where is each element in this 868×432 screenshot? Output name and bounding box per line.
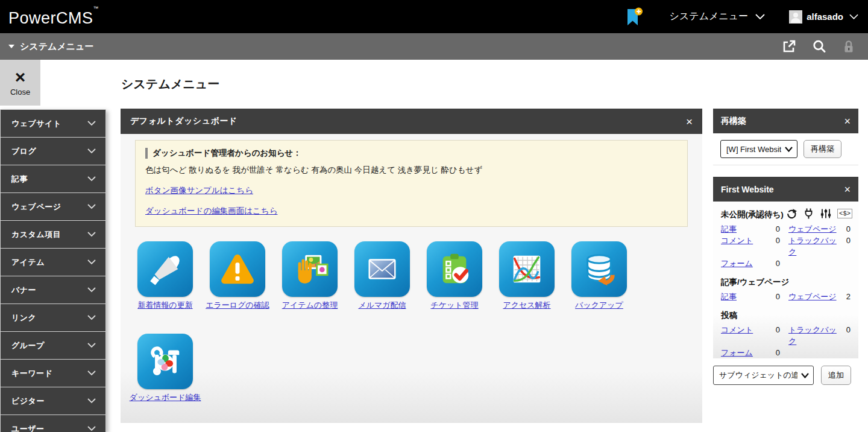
shortcut-tickets: チケット管理: [424, 241, 485, 311]
shortcut-analytics: アクセス解析: [497, 241, 557, 311]
sidebar-item-banner[interactable]: バナー: [1, 276, 105, 303]
sidebar-item-website[interactable]: ウェブサイト: [1, 110, 105, 137]
top-app-bar: PowerCMS™ システムメニュー alfasado: [0, 0, 868, 33]
chevron-down-icon: [87, 315, 96, 320]
rebuild-widget-title: 再構築: [721, 116, 746, 127]
sidebar-item-link[interactable]: リンク: [1, 304, 105, 331]
template-variable-icon[interactable]: <$>: [837, 209, 852, 218]
section-feedback: 投稿 コメント 0 トラックバック 0 フォーム 0: [721, 310, 851, 358]
sliders-icon[interactable]: [820, 208, 832, 220]
sidebar-item-keyword[interactable]: キーワード: [1, 360, 105, 387]
stat-row: コメント 0 トラックバック 0: [721, 235, 851, 258]
shortcut-edit-dashboard: ダッシュボード編集: [135, 334, 195, 403]
add-subwidget-bar: サブウィジェットの追加 追加: [713, 366, 858, 385]
notice-title: ダッシュボード管理者からのお知らせ：: [145, 148, 678, 159]
chevron-down-icon: [87, 343, 96, 348]
chevron-down-icon: [87, 398, 96, 404]
sidebar-item-entry[interactable]: 記事: [1, 165, 105, 192]
page-title: システムメニュー: [121, 76, 219, 92]
scope-switcher[interactable]: システムメニュー: [8, 41, 93, 52]
stat-row: フォーム 0: [721, 347, 851, 358]
stat-row: フォーム 0: [721, 258, 851, 269]
notice-link-button-samples[interactable]: ボタン画像サンプルはこちら: [145, 185, 678, 196]
subwidget-select[interactable]: サブウィジェットの追加: [713, 366, 814, 385]
search-icon[interactable]: [811, 39, 827, 54]
refresh-icon[interactable]: [785, 208, 797, 220]
chevron-down-icon: [87, 121, 96, 126]
stat-row: 記事 0 ウェブページ 2: [721, 291, 851, 302]
sidebar-item-customfields[interactable]: カスタム項目: [1, 221, 105, 248]
admin-notice: ダッシュボード管理者からのお知らせ： 色は匂へど 散りぬるを 我が世誰そ 常なら…: [135, 140, 688, 227]
sidebar-item-visitor[interactable]: ビジター: [1, 387, 105, 415]
first-website-widget: First Website ×: [713, 177, 858, 358]
tools-icon[interactable]: [137, 334, 193, 389]
envelope-icon[interactable]: [354, 241, 410, 297]
avatar: [789, 10, 802, 24]
sidebar-item-webpage[interactable]: ウェブページ: [1, 193, 105, 220]
rebuild-button[interactable]: 再構築: [804, 140, 841, 158]
close-label: Close: [10, 87, 30, 97]
rebuild-widget: 再構築 × [W] First Website 再構築: [713, 109, 858, 165]
trademark: ™: [93, 5, 99, 11]
chart-icon[interactable]: [499, 241, 555, 297]
sidebar-item-group[interactable]: グループ: [1, 332, 105, 359]
add-subwidget-button[interactable]: 追加: [821, 366, 851, 385]
shortcut-error-log: エラーログの確認: [207, 241, 268, 311]
chevron-down-icon: [755, 14, 765, 20]
megaphone-icon[interactable]: [137, 241, 193, 297]
stat-row: 記事 0 ウェブページ 0: [721, 223, 851, 235]
shortcut-news-update: 新着情報の更新: [135, 241, 195, 311]
system-menu-dropdown[interactable]: システムメニュー: [670, 10, 766, 23]
chevron-down-icon: [87, 232, 96, 237]
site-select[interactable]: [W] First Website: [720, 140, 797, 158]
chevron-down-icon: [87, 287, 96, 293]
default-dashboard-widget: デフォルトダッシュボード × ダッシュボード管理者からのお知らせ： 色は匂へど …: [121, 109, 702, 423]
close-icon[interactable]: ×: [686, 116, 693, 127]
chevron-down-icon: [801, 373, 809, 378]
sidebar-nav: ウェブサイト ブログ 記事 ウェブページ カスタム項目 アイテム バナー リンク…: [0, 109, 106, 432]
shortcut-newsletter: メルマガ配信: [352, 241, 412, 311]
stat-row: コメント 0 トラックバック 0: [721, 324, 851, 347]
lock-icon[interactable]: [841, 39, 856, 54]
sidebar-item-blog[interactable]: ブログ: [1, 138, 105, 165]
chevron-down-icon: [785, 147, 793, 152]
section-entries-pages: 記事/ウェブページ 記事 0 ウェブページ 2: [721, 277, 851, 302]
scope-title: システムメニュー: [20, 41, 93, 52]
close-icon[interactable]: ×: [844, 184, 851, 195]
warning-icon[interactable]: [210, 241, 265, 297]
chevron-down-icon: [849, 14, 858, 20]
user-name: alfasado: [807, 11, 843, 22]
chevron-down-icon: [87, 176, 96, 182]
chevron-down-icon: [87, 426, 96, 431]
bookmark-add-icon[interactable]: [625, 7, 643, 27]
sidebar-item-user[interactable]: ユーザー: [1, 415, 105, 432]
site-widget-title: First Website: [721, 185, 774, 194]
user-menu[interactable]: alfasado: [789, 10, 858, 24]
notice-body: 色は匂へど 散りぬるを 我が世誰そ 常ならむ 有為の奥山 今日越えて 浅き夢見じ…: [145, 165, 678, 176]
hand-photos-icon[interactable]: [282, 241, 338, 297]
system-menu-label: システムメニュー: [670, 10, 749, 23]
clipboard-check-icon[interactable]: [427, 241, 482, 297]
close-icon: ×: [15, 69, 26, 86]
notice-link-edit-dashboard[interactable]: ダッシュボードの編集画面はこちら: [145, 206, 678, 217]
chevron-down-icon: [87, 259, 96, 265]
view-site-icon[interactable]: [781, 39, 797, 54]
shortcut-backup: バックアップ: [569, 241, 629, 311]
context-nav-bar: システムメニュー: [0, 33, 868, 60]
sidebar-item-asset[interactable]: アイテム: [1, 249, 105, 276]
dashboard-title: デフォルトダッシュボード: [130, 116, 237, 127]
chevron-down-icon: [87, 204, 96, 209]
close-sidebar-button[interactable]: × Close: [0, 60, 40, 106]
powercms-logo: PowerCMS™: [8, 5, 99, 28]
database-icon[interactable]: [571, 241, 627, 297]
close-icon[interactable]: ×: [844, 116, 851, 127]
plugin-icon[interactable]: [803, 208, 814, 220]
triangle-down-icon: [8, 45, 14, 48]
chevron-down-icon: [87, 370, 96, 376]
chevron-down-icon: [87, 148, 96, 154]
shortcut-organize-assets: アイテムの整理: [280, 241, 340, 311]
